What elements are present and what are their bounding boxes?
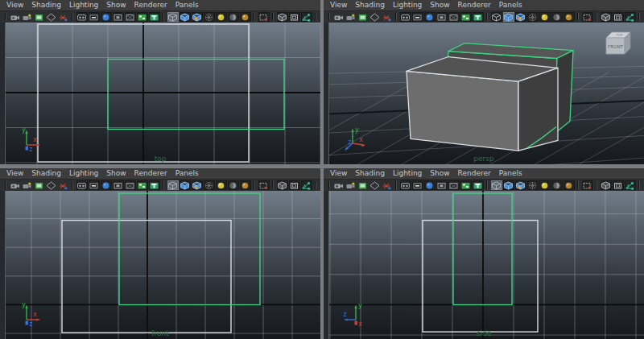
ao-icon[interactable] (240, 180, 251, 190)
fill-mode-icon[interactable] (149, 12, 160, 22)
shadows-icon[interactable] (551, 180, 563, 190)
xray-icon[interactable] (277, 12, 288, 22)
textured-icon[interactable] (515, 12, 526, 22)
menu-panels[interactable]: Panels (497, 169, 529, 178)
safe-action-icon[interactable] (448, 12, 460, 22)
field-chart-icon[interactable] (113, 12, 124, 22)
textured-icon[interactable] (192, 12, 203, 22)
menu-renderer[interactable]: Renderer (456, 1, 497, 10)
fill-mode-icon[interactable] (473, 180, 484, 190)
wireframe-on-shaded-icon[interactable] (289, 180, 300, 190)
shadows-icon[interactable] (551, 12, 563, 22)
grease-pencil-icon[interactable] (58, 180, 69, 190)
xray-icon[interactable] (601, 12, 612, 22)
pan-zoom-icon[interactable] (369, 180, 381, 190)
wireframe-icon[interactable] (491, 180, 502, 190)
menu-panels[interactable]: Panels (174, 1, 205, 10)
menu-lighting[interactable]: Lighting (68, 1, 105, 10)
menu-panels[interactable]: Panels (174, 169, 205, 178)
resolution-gate-icon[interactable] (89, 12, 100, 22)
image-plane-icon[interactable] (357, 12, 369, 22)
ao-icon[interactable] (240, 12, 251, 22)
safe-action-icon[interactable] (448, 180, 460, 190)
ao-icon[interactable] (564, 12, 575, 22)
safe-action-icon[interactable] (125, 12, 136, 22)
grease-pencil-icon[interactable] (382, 12, 393, 22)
pan-zoom-icon[interactable] (46, 12, 57, 22)
wireframe-on-shaded-icon[interactable] (289, 12, 300, 22)
isolate-select-icon[interactable] (258, 12, 270, 22)
film-gate-icon[interactable] (76, 12, 88, 22)
safe-title-icon[interactable] (460, 12, 472, 22)
camera-lock-icon[interactable] (345, 12, 357, 22)
camera-lock-icon[interactable] (22, 12, 33, 22)
menu-view[interactable]: View (5, 169, 30, 178)
use-all-lights-icon[interactable] (204, 180, 215, 190)
menu-renderer[interactable]: Renderer (133, 1, 174, 10)
lights-icon[interactable] (216, 12, 227, 22)
camera-lock-icon[interactable] (345, 180, 357, 190)
menu-show[interactable]: Show (428, 169, 456, 178)
ao-icon[interactable] (564, 180, 575, 190)
menu-lighting[interactable]: Lighting (68, 169, 105, 178)
plugin-icon[interactable] (301, 12, 312, 22)
plugin-icon[interactable] (625, 180, 636, 190)
pan-zoom-icon[interactable] (46, 180, 57, 190)
isolate-select-icon[interactable] (582, 12, 593, 22)
top-view-canvas[interactable]: yxztop (0, 23, 320, 164)
persp-view-canvas[interactable]: yxzFRONTTOPpersp (324, 23, 644, 164)
menu-shading[interactable]: Shading (30, 169, 68, 178)
resolution-gate-icon[interactable] (412, 12, 423, 22)
menu-show[interactable]: Show (105, 169, 132, 178)
camera-select-icon[interactable] (10, 12, 21, 22)
gate-mask-icon[interactable] (101, 180, 112, 190)
resolution-gate-icon[interactable] (412, 180, 423, 190)
lights-icon[interactable] (539, 180, 551, 190)
fill-mode-icon[interactable] (149, 180, 160, 190)
wireframe-icon[interactable] (491, 12, 502, 22)
camera-select-icon[interactable] (10, 180, 21, 190)
safe-action-icon[interactable] (125, 180, 136, 190)
textured-icon[interactable] (192, 180, 203, 190)
wireframe-on-shaded-icon[interactable] (613, 180, 624, 190)
menu-shading[interactable]: Shading (30, 1, 68, 10)
camera-lock-icon[interactable] (22, 180, 33, 190)
menu-shading[interactable]: Shading (353, 1, 391, 10)
menu-panels[interactable]: Panels (497, 1, 529, 10)
pan-zoom-icon[interactable] (369, 12, 381, 22)
field-chart-icon[interactable] (436, 180, 448, 190)
plugin-icon[interactable] (301, 180, 312, 190)
isolate-select-icon[interactable] (258, 180, 270, 190)
shaded-icon[interactable] (503, 12, 514, 22)
field-chart-icon[interactable] (436, 12, 448, 22)
shadows-icon[interactable] (228, 180, 239, 190)
safe-title-icon[interactable] (137, 180, 148, 190)
isolate-select-icon[interactable] (582, 180, 593, 190)
menu-shading[interactable]: Shading (353, 169, 391, 178)
use-all-lights-icon[interactable] (204, 12, 215, 22)
grease-pencil-icon[interactable] (382, 180, 393, 190)
menu-renderer[interactable]: Renderer (456, 169, 497, 178)
menu-show[interactable]: Show (428, 1, 456, 10)
view-cube[interactable]: FRONTTOP (601, 27, 636, 60)
lights-icon[interactable] (539, 12, 551, 22)
gate-mask-icon[interactable] (101, 12, 112, 22)
resolution-gate-icon[interactable] (89, 180, 100, 190)
use-all-lights-icon[interactable] (527, 180, 539, 190)
grease-pencil-icon[interactable] (58, 12, 69, 22)
safe-title-icon[interactable] (460, 180, 472, 190)
wireframe-icon[interactable] (167, 12, 179, 22)
shaded-icon[interactable] (503, 180, 514, 190)
gate-mask-icon[interactable] (424, 180, 436, 190)
xray-icon[interactable] (601, 180, 612, 190)
front-view-canvas[interactable]: yxzfront (0, 191, 320, 339)
menu-lighting[interactable]: Lighting (391, 1, 428, 10)
film-gate-icon[interactable] (76, 180, 88, 190)
menu-lighting[interactable]: Lighting (391, 169, 428, 178)
camera-select-icon[interactable] (333, 180, 345, 190)
plugin-icon[interactable] (625, 12, 636, 22)
lights-icon[interactable] (216, 180, 227, 190)
wireframe-icon[interactable] (167, 180, 179, 190)
textured-icon[interactable] (515, 180, 526, 190)
film-gate-icon[interactable] (400, 12, 411, 22)
